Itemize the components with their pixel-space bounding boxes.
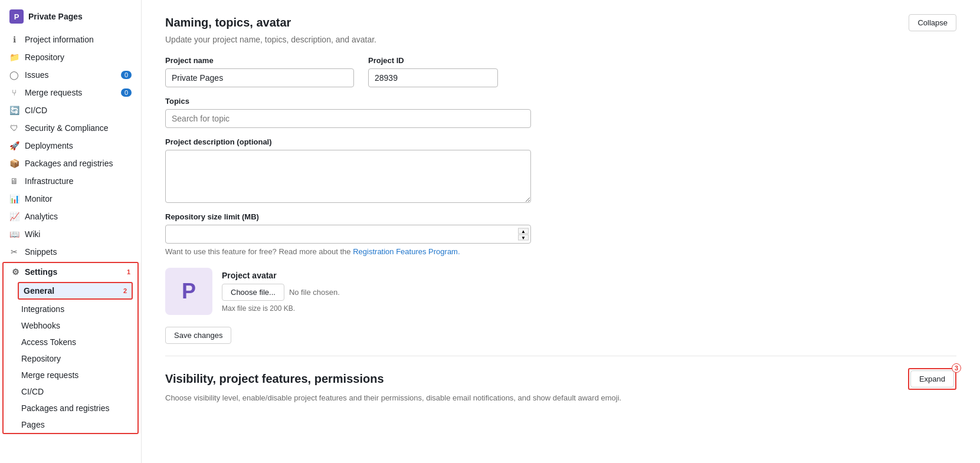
wiki-icon: 📖	[9, 229, 19, 239]
section1-header: Naming, topics, avatar Collapse	[165, 14, 956, 31]
package-icon: 📦	[9, 159, 19, 168]
expand-wrapper: Expand 3	[908, 368, 956, 390]
collapse-button[interactable]: Collapse	[909, 14, 956, 31]
merge-icon: ⑂	[9, 88, 19, 97]
sidebar-item-analytics[interactable]: 📈 Analytics	[0, 208, 141, 225]
topics-input[interactable]	[165, 109, 531, 128]
avatar-section: P Project avatar Choose file... No file …	[165, 268, 956, 315]
project-name-group: Project name	[165, 56, 354, 87]
subnav-pages[interactable]: Pages	[4, 416, 137, 433]
repo-size-wrapper: ▲ ▼	[165, 225, 531, 244]
subnav-repository[interactable]: Repository	[4, 350, 137, 367]
no-file-text: No file chosen.	[289, 288, 340, 297]
settings-icon: ⚙	[11, 267, 20, 277]
avatar-info: Project avatar Choose file... No file ch…	[222, 271, 340, 313]
sidebar-item-deployments[interactable]: 🚀 Deployments	[0, 137, 141, 155]
choose-file-row: Choose file... No file chosen.	[222, 284, 340, 301]
sidebar-item-label: Security & Compliance	[25, 123, 109, 133]
sidebar-item-label: Issues	[25, 70, 48, 80]
sidebar-item-infrastructure[interactable]: 🖥 Infrastructure	[0, 172, 141, 190]
sidebar-item-merge-requests[interactable]: ⑂ Merge requests 0	[0, 84, 141, 101]
section2-title: Visibility, project features, permission…	[165, 372, 384, 386]
sidebar-header: P Private Pages	[0, 5, 141, 31]
save-changes-button[interactable]: Save changes	[165, 327, 231, 344]
section1-subtitle: Update your project name, topics, descri…	[165, 35, 956, 44]
subnav-cicd[interactable]: CI/CD	[4, 383, 137, 400]
project-id-input[interactable]	[368, 68, 498, 87]
merge-badge: 0	[121, 88, 132, 97]
sidebar-item-label: Infrastructure	[25, 176, 73, 186]
sidebar-item-label: CI/CD	[25, 106, 47, 115]
avatar-title: Project avatar	[222, 271, 340, 280]
sidebar-item-monitor[interactable]: 📊 Monitor	[0, 190, 141, 208]
settings-badge: 1	[127, 268, 130, 275]
subnav-webhooks[interactable]: Webhooks	[4, 317, 137, 334]
sidebar-item-label: Repository	[25, 52, 64, 62]
sidebar-item-issues[interactable]: ◯ Issues 0	[0, 66, 141, 84]
settings-nav-item[interactable]: ⚙ Settings 1	[4, 263, 137, 281]
issue-icon: ◯	[9, 70, 19, 80]
expand-button[interactable]: Expand	[910, 370, 954, 388]
sidebar-item-label: Project information	[25, 35, 94, 44]
sidebar-item-repository[interactable]: 📁 Repository	[0, 48, 141, 66]
repo-size-group: Repository size limit (MB) ▲ ▼	[165, 212, 956, 244]
subnav-access-tokens[interactable]: Access Tokens	[4, 334, 137, 350]
subnav-packages[interactable]: Packages and registries	[4, 400, 137, 416]
feature-link[interactable]: Registration Features Program.	[353, 247, 460, 256]
project-id-label: Project ID	[368, 56, 498, 65]
feature-note: Want to use this feature for free? Read …	[165, 247, 956, 256]
spinner-down[interactable]: ▼	[518, 235, 529, 241]
shield-icon: 🛡	[9, 123, 19, 133]
sidebar-item-snippets[interactable]: ✂ Snippets	[0, 243, 141, 261]
sidebar-item-label: Merge requests	[25, 88, 82, 97]
description-label: Project description (optional)	[165, 137, 956, 146]
choose-file-button[interactable]: Choose file...	[222, 284, 284, 301]
sidebar-item-label: Wiki	[25, 229, 40, 239]
infra-icon: 🖥	[9, 176, 19, 186]
analytics-icon: 📈	[9, 212, 19, 221]
info-icon: ℹ	[9, 35, 19, 44]
general-label: General	[24, 286, 54, 295]
max-size-text: Max file size is 200 KB.	[222, 304, 340, 313]
book-icon: 📁	[9, 52, 19, 62]
repo-size-label: Repository size limit (MB)	[165, 212, 956, 221]
description-group: Project description (optional)	[165, 137, 956, 203]
snippet-icon: ✂	[9, 247, 19, 257]
project-name-input[interactable]	[165, 68, 354, 87]
sidebar-item-security[interactable]: 🛡 Security & Compliance	[0, 119, 141, 137]
expand-badge: 3	[952, 363, 961, 373]
project-name-label: Project name	[165, 56, 354, 65]
project-title: Private Pages	[28, 12, 83, 21]
subnav-merge-requests[interactable]: Merge requests	[4, 367, 137, 383]
sidebar-item-label: Analytics	[25, 212, 58, 221]
subnav-integrations[interactable]: Integrations	[4, 301, 137, 317]
subnav-general[interactable]: General 2	[18, 282, 133, 300]
sidebar-item-label: Deployments	[25, 141, 73, 150]
main-content: Naming, topics, avatar Collapse Update y…	[142, 0, 980, 463]
deploy-icon: 🚀	[9, 141, 19, 150]
project-id-group: Project ID	[368, 56, 498, 87]
general-badge: 2	[123, 287, 127, 294]
sidebar-item-wiki[interactable]: 📖 Wiki	[0, 225, 141, 243]
sidebar-item-label: Monitor	[25, 194, 53, 203]
section1-title: Naming, topics, avatar	[165, 16, 291, 29]
issues-badge: 0	[121, 71, 132, 79]
sidebar-item-cicd[interactable]: 🔄 CI/CD	[0, 101, 141, 119]
description-textarea[interactable]	[165, 150, 531, 203]
repo-size-input[interactable]	[165, 225, 531, 244]
monitor-icon: 📊	[9, 194, 19, 203]
settings-section: ⚙ Settings 1 General 2 Integrations Webh…	[2, 262, 139, 434]
avatar: P	[9, 9, 24, 24]
settings-label-text: Settings	[25, 267, 57, 277]
topics-group: Topics	[165, 97, 956, 128]
sidebar-item-label: Snippets	[25, 247, 57, 257]
spinner-up[interactable]: ▲	[518, 228, 529, 234]
spinner-buttons: ▲ ▼	[518, 228, 529, 241]
section2: Visibility, project features, permission…	[165, 368, 956, 402]
sidebar: P Private Pages ℹ Project information 📁 …	[0, 0, 142, 463]
section2-header: Visibility, project features, permission…	[165, 368, 956, 390]
avatar-placeholder: P	[165, 268, 212, 315]
sidebar-item-project-information[interactable]: ℹ Project information	[0, 31, 141, 48]
sidebar-item-packages[interactable]: 📦 Packages and registries	[0, 155, 141, 172]
cicd-icon: 🔄	[9, 106, 19, 115]
